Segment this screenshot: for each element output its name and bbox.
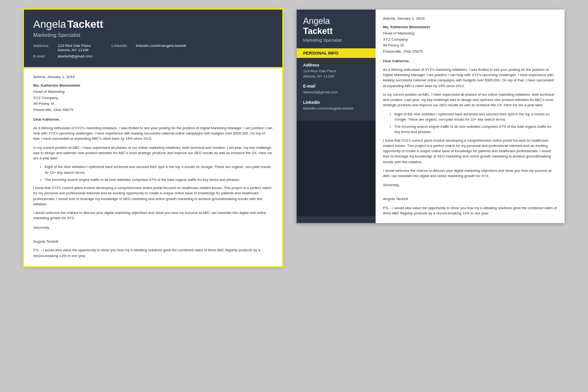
left-address-values: 123 Red Oak Place Astoria, NY 11106 bbox=[58, 44, 91, 52]
right-first-name: Angela bbox=[303, 16, 369, 26]
right-email-value: atackett@gmail.com bbox=[303, 90, 369, 95]
right-para2: In my current position at ABC, I have su… bbox=[383, 92, 557, 108]
left-closing-text: Sincerely, bbox=[33, 225, 273, 231]
left-company: XYZ Company bbox=[33, 95, 273, 101]
left-signature: Angela Tackett bbox=[33, 239, 273, 245]
right-recipient: Ms. Katherine Bloomstein Head of Marketi… bbox=[383, 24, 557, 55]
left-title: Marketing Specialist bbox=[33, 32, 273, 38]
left-last-name: Tackett bbox=[67, 18, 103, 30]
left-address1: 99 Peony St. bbox=[33, 101, 273, 107]
right-para3: I know that XYZ's current plans involve … bbox=[383, 138, 557, 165]
right-linkedin-label: LinkedIn bbox=[303, 100, 369, 105]
left-first-name: Angela bbox=[33, 18, 67, 30]
right-sidebar-content: Address 123 Red Oak Place Astoria, NY 11… bbox=[297, 58, 376, 121]
right-address-label: Address bbox=[303, 63, 369, 67]
left-address2: Flowerville, Ohio 55675 bbox=[33, 107, 273, 113]
right-email-item: E-mail atackett@gmail.com bbox=[303, 84, 369, 95]
left-header: Angela Tackett Marketing Specialist Addr… bbox=[24, 10, 282, 67]
right-address-item: Address 123 Red Oak Place Astoria, NY 11… bbox=[303, 63, 369, 79]
left-contact-row: Address 123 Red Oak Place Astoria, NY 11… bbox=[33, 44, 273, 58]
left-para2: In my current position at ABC, I have su… bbox=[33, 145, 273, 161]
left-para4: I would welcome the chance to discuss yo… bbox=[33, 210, 273, 221]
left-address-line2: Astoria, NY 11106 bbox=[58, 48, 91, 52]
right-company: XYZ Company bbox=[383, 37, 557, 43]
left-recipient-title: Head of Marketing bbox=[33, 89, 273, 95]
right-para1: As a lifelong enthusiast of XYZ's market… bbox=[383, 67, 557, 89]
left-body: Astoria, January 1, 2018 Ms. Katherine B… bbox=[24, 67, 282, 266]
right-address-line1: 123 Red Oak Place bbox=[303, 68, 369, 74]
left-address-item: Address 123 Red Oak Place Astoria, NY 11… bbox=[33, 44, 93, 52]
right-para4: I would welcome the chance to discuss yo… bbox=[383, 168, 557, 179]
right-name: Angela Tackett bbox=[303, 16, 369, 36]
left-bullet2: The incoming search engine traffic to al… bbox=[45, 177, 273, 182]
left-closing: Sincerely, Angela Tackett bbox=[33, 225, 273, 245]
left-email-value: atackett@gmail.com bbox=[58, 54, 93, 58]
left-recipient: Ms. Katherine Bloomstein Head of Marketi… bbox=[33, 83, 273, 113]
right-sidebar-header: Angela Tackett Marketing Specialist bbox=[297, 10, 376, 48]
right-sidebar-dark-block bbox=[297, 121, 376, 216]
right-closing-text: Sincerely, bbox=[383, 182, 557, 189]
right-bullet2: The incoming search engine traffic to al… bbox=[395, 124, 557, 135]
left-address-label: Address bbox=[33, 44, 55, 48]
left-para1: As a lifelong enthusiast of XYZ's market… bbox=[33, 125, 273, 142]
right-address1: 99 Peony St. bbox=[383, 43, 557, 49]
right-salutation: Dear Katherine, bbox=[383, 59, 557, 63]
right-signature: Angela Tackett bbox=[383, 196, 557, 202]
right-last-name: Tackett bbox=[303, 26, 369, 36]
left-name: Angela Tackett bbox=[33, 18, 273, 31]
left-ps: P.S. - I would also value the opportunit… bbox=[33, 247, 273, 258]
right-title: Marketing Specialist bbox=[303, 38, 369, 43]
left-email-label: E-mail bbox=[33, 54, 55, 58]
right-address-line2: Astoria, NY 11106 bbox=[303, 74, 369, 79]
right-bullet1: Eight of the nine websites I optimized h… bbox=[395, 112, 557, 123]
left-bullet1: Eight of the nine websites I optimized h… bbox=[45, 164, 273, 175]
right-personal-info-label: Personal Info bbox=[297, 48, 376, 58]
right-main-content: Astoria, January 1, 2018 Ms. Katherine B… bbox=[376, 10, 565, 223]
left-linkedin-label: LinkedIn bbox=[111, 44, 133, 48]
right-document: Angela Tackett Marketing Specialist Pers… bbox=[297, 10, 565, 223]
left-date: Astoria, January 1, 2018 bbox=[33, 75, 273, 79]
right-closing: Sincerely, Angela Tackett bbox=[383, 182, 557, 202]
right-linkedin-value: linkedin.com/in/angela.tackett bbox=[303, 106, 369, 111]
left-email-item: E-mail atackett@gmail.com bbox=[33, 54, 93, 58]
left-salutation: Dear Katherine, bbox=[33, 117, 273, 122]
left-para3: I know that XYZ's current plans involve … bbox=[33, 185, 273, 207]
right-date: Astoria, January 1, 2018 bbox=[383, 16, 557, 21]
right-recipient-title: Head of Marketing bbox=[383, 31, 557, 37]
left-recipient-name: Ms. Katherine Bloomstein bbox=[33, 83, 273, 89]
right-sidebar: Angela Tackett Marketing Specialist Pers… bbox=[297, 10, 376, 223]
left-document: Angela Tackett Marketing Specialist Addr… bbox=[24, 10, 282, 266]
right-address2: Flowerville, Ohio 55675 bbox=[383, 49, 557, 55]
left-contact-col-1: Address 123 Red Oak Place Astoria, NY 11… bbox=[33, 44, 93, 58]
left-contact-col-2: LinkedIn linkedin.com/in/angela.tackett bbox=[111, 44, 186, 58]
right-ps: P.S. - I would also value the opportunit… bbox=[383, 205, 557, 216]
right-recipient-name: Ms. Katherine Bloomstein bbox=[383, 24, 557, 31]
right-email-label: E-mail bbox=[303, 84, 369, 89]
left-address-line1: 123 Red Oak Place bbox=[58, 44, 91, 48]
left-linkedin-item: LinkedIn linkedin.com/in/angela.tackett bbox=[111, 44, 186, 48]
right-linkedin-item: LinkedIn linkedin.com/in/angela.tackett bbox=[303, 100, 369, 111]
left-linkedin-value: linkedin.com/in/angela.tackett bbox=[136, 44, 186, 48]
